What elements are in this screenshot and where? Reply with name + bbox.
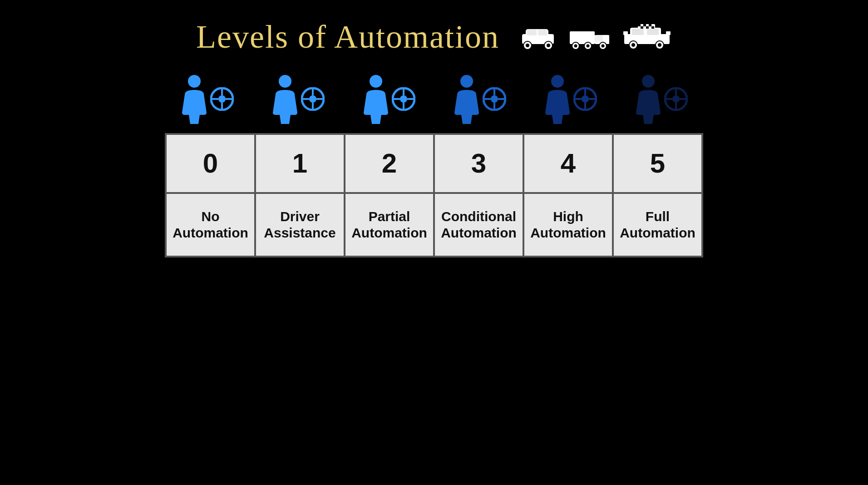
steering-icon-1 <box>301 87 325 111</box>
level-number-2: 2 <box>345 134 434 193</box>
svg-point-24 <box>631 43 635 47</box>
svg-rect-26 <box>632 29 644 35</box>
vehicle-icons <box>518 21 672 53</box>
svg-point-62 <box>551 75 564 88</box>
level-label-1: DriverAssistance <box>255 193 345 257</box>
steering-icon-4 <box>573 87 597 111</box>
svg-rect-31 <box>641 26 643 29</box>
person-icon-1 <box>271 74 299 124</box>
person-icon-4 <box>543 74 572 124</box>
svg-point-57 <box>491 95 498 103</box>
svg-rect-27 <box>647 29 659 35</box>
svg-rect-28 <box>638 24 641 26</box>
svg-point-71 <box>672 95 680 103</box>
svg-rect-29 <box>643 24 646 26</box>
level-number-4: 4 <box>523 134 613 193</box>
svg-rect-6 <box>527 30 537 35</box>
svg-point-4 <box>526 44 529 47</box>
steering-icon-2 <box>392 87 415 111</box>
svg-point-64 <box>582 95 589 103</box>
svg-rect-7 <box>538 30 547 35</box>
page-title: Levels of Automation <box>196 18 499 56</box>
car-icon <box>518 23 558 52</box>
figure-cell-2 <box>343 74 434 124</box>
figure-cell-3 <box>434 74 525 124</box>
figure-cell-5 <box>616 74 706 124</box>
taxi-icon <box>622 21 672 53</box>
person-icon-0 <box>180 74 208 124</box>
svg-rect-30 <box>649 24 651 26</box>
table-row-labels: NoAutomationDriverAssistancePartialAutom… <box>166 193 702 257</box>
figure-cell-0 <box>162 74 252 124</box>
figure-cell-1 <box>252 74 343 124</box>
person-icon-5 <box>634 74 662 124</box>
figures-area <box>162 74 706 124</box>
truck-icon <box>567 21 613 53</box>
level-label-4: HighAutomation <box>523 193 613 257</box>
automation-table: 012345NoAutomationDriverAssistancePartia… <box>165 133 703 257</box>
person-icon-3 <box>453 74 481 124</box>
level-number-1: 1 <box>255 134 345 193</box>
svg-rect-10 <box>595 35 603 42</box>
steering-icon-5 <box>664 87 688 111</box>
svg-point-50 <box>400 95 407 103</box>
header: Levels of Automation <box>0 0 868 65</box>
svg-rect-32 <box>646 26 649 29</box>
steering-icon-3 <box>483 87 506 111</box>
svg-point-5 <box>547 44 550 47</box>
svg-rect-33 <box>651 26 654 29</box>
svg-rect-20 <box>666 31 671 35</box>
svg-point-55 <box>460 75 473 88</box>
level-label-0: NoAutomation <box>166 193 255 257</box>
level-number-5: 5 <box>613 134 702 193</box>
svg-point-15 <box>586 45 589 48</box>
person-icon-2 <box>362 74 390 124</box>
level-label-3: ConditionalAutomation <box>434 193 523 257</box>
svg-point-36 <box>218 95 226 103</box>
level-number-0: 0 <box>166 134 255 193</box>
svg-rect-8 <box>570 31 595 44</box>
svg-point-43 <box>309 95 316 103</box>
table-row-numbers: 012345 <box>166 134 702 193</box>
svg-rect-19 <box>623 31 628 35</box>
svg-point-34 <box>188 75 201 88</box>
level-label-2: PartialAutomation <box>345 193 434 257</box>
level-number-3: 3 <box>434 134 523 193</box>
figure-cell-4 <box>525 74 616 124</box>
svg-point-69 <box>642 75 655 88</box>
svg-point-25 <box>658 43 661 47</box>
svg-point-48 <box>370 75 382 88</box>
svg-point-16 <box>601 45 604 48</box>
svg-point-14 <box>574 45 577 48</box>
svg-point-41 <box>279 75 291 88</box>
steering-icon-0 <box>210 87 234 111</box>
level-label-5: FullAutomation <box>613 193 702 257</box>
